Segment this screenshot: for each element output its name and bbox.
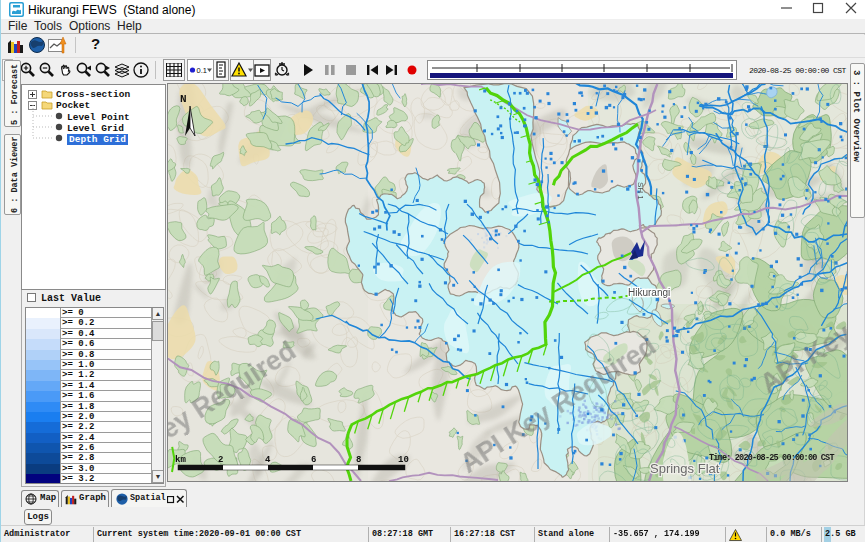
svg-text:0.1: 0.1: [197, 66, 207, 75]
svg-text:6 : Data Viewer: 6 : Data Viewer: [10, 136, 20, 213]
svg-text:Hikurangi: Hikurangi: [628, 287, 670, 298]
svg-text:6: 6: [311, 455, 316, 465]
svg-text:2: 2: [218, 455, 223, 465]
svg-text:8: 8: [356, 455, 361, 465]
svg-text:Springs Flat: Springs Flat: [650, 461, 720, 476]
svg-text:Time: 2020-08-25 00:00:00 CST: Time: 2020-08-25 00:00:00 CST: [709, 453, 834, 463]
svg-text:3 : Plot Overview: 3 : Plot Overview: [851, 70, 861, 162]
svg-text:5 : Forecast: 5 : Forecast: [10, 64, 20, 125]
svg-text:10: 10: [398, 455, 409, 465]
svg-text:SH 1: SH 1: [636, 182, 645, 200]
svg-text:N: N: [180, 93, 187, 105]
svg-text:km: km: [175, 455, 186, 465]
svg-text:4: 4: [265, 455, 271, 465]
